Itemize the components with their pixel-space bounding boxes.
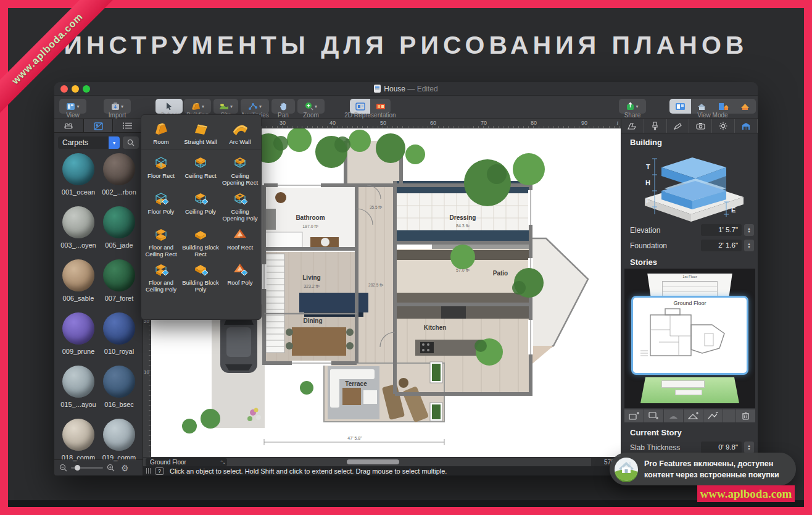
menu-item-ceiling-poly[interactable]: Ceiling Poly xyxy=(181,186,220,222)
pro-features-notification[interactable]: Pro Features включены, доступен контент … xyxy=(610,453,796,485)
zoom-label: Zoom xyxy=(297,112,325,119)
ceiling-opening-rect-icon xyxy=(231,154,249,171)
foundation-stepper[interactable]: ▲▼ xyxy=(744,240,754,251)
category-value: Carpets xyxy=(58,138,109,147)
notification-text: Pro Features включены, доступен контент … xyxy=(644,458,779,480)
menu-item-floor-rect[interactable]: Floor Rect xyxy=(141,151,181,186)
status-bar: ? Click an object to select. Hold Shift … xyxy=(143,466,621,475)
menu-item-ceiling-rect[interactable]: Ceiling Rect xyxy=(181,151,220,186)
room-icon xyxy=(152,121,170,137)
help-icon[interactable]: ? xyxy=(155,467,164,475)
menu-item-roof-poly[interactable]: Roof Poly xyxy=(220,258,260,293)
tab-building[interactable] xyxy=(735,119,758,133)
building-section-header: Building xyxy=(630,138,662,147)
add-roof-button[interactable] xyxy=(684,409,703,422)
tab-edit[interactable] xyxy=(667,119,690,133)
swatch-002[interactable]: 002_...rbon xyxy=(100,153,138,196)
delete-story-button[interactable] xyxy=(736,409,755,422)
inspector-panel: Building T H F E Elevation 1' 5.7" ▲ xyxy=(621,119,758,475)
document-icon xyxy=(374,85,381,93)
menu-item-building-block-rect[interactable]: Building Block Rect xyxy=(181,222,220,258)
search-button[interactable] xyxy=(123,136,139,149)
duplicate-story-button[interactable] xyxy=(664,409,683,422)
camera-icon xyxy=(696,122,705,130)
menu-item-straight-wall[interactable]: Straight Wall xyxy=(181,117,220,146)
add-story-button[interactable] xyxy=(624,409,644,422)
tab-list[interactable] xyxy=(113,119,143,132)
menu-item-roof-rect[interactable]: Roof Rect xyxy=(220,222,260,258)
swatch-005-jade[interactable]: 005_jade xyxy=(100,206,138,249)
menu-item-floor-poly[interactable]: Floor Poly xyxy=(141,186,181,222)
swatch-003[interactable]: 003_...oyen xyxy=(59,206,97,249)
material-sphere xyxy=(62,366,94,398)
material-sphere xyxy=(103,206,135,238)
building-block-poly-icon xyxy=(192,261,209,278)
bottom-shadow-strip xyxy=(8,500,804,507)
thumbnail-size-slider[interactable] xyxy=(71,467,103,469)
share-icon xyxy=(626,102,634,111)
gear-icon[interactable]: ⚙ xyxy=(121,463,129,473)
svg-text:F: F xyxy=(646,197,650,204)
view-label: View xyxy=(59,112,86,119)
mode-split-icon xyxy=(718,103,729,111)
swatch-015[interactable]: 015_...ayou xyxy=(59,366,97,408)
swatch-018-comm[interactable]: 018_comm xyxy=(59,419,97,461)
svg-text:T: T xyxy=(646,163,650,170)
elevation-field[interactable]: 1' 5.7" xyxy=(701,224,742,236)
menu-item-ceiling-opening-rect[interactable]: Ceiling Opening Rect xyxy=(220,151,260,186)
swatch-010-royal[interactable]: 010_royal xyxy=(100,312,138,355)
foundation-field[interactable]: 2' 1.6" xyxy=(701,240,742,251)
zoom-out-icon[interactable] xyxy=(59,464,67,472)
caliper-icon xyxy=(627,122,637,130)
menu-item-room[interactable]: Room xyxy=(141,117,181,146)
swatch-006-sable[interactable]: 006_sable xyxy=(59,259,97,302)
floor-and-ceiling-rect-icon xyxy=(152,226,170,243)
menu-item-building-block-poly[interactable]: Building Block Poly xyxy=(181,258,220,293)
info-icon[interactable]: i xyxy=(616,120,618,126)
titlebar: House — Edited xyxy=(54,82,758,96)
drag-handle-icon[interactable] xyxy=(146,468,151,474)
add-dormer-button[interactable] xyxy=(703,409,723,422)
svg-text:197.0 ft²: 197.0 ft² xyxy=(302,224,318,228)
import-icon xyxy=(111,103,120,111)
menu-item-floor-and-ceiling-rect[interactable]: Floor and Ceiling Rect xyxy=(141,222,181,258)
tab-materials[interactable] xyxy=(84,119,114,132)
slab-thickness-stepper[interactable]: ▲▼ xyxy=(744,442,754,453)
menu-item-arc-wall[interactable]: Arc Wall xyxy=(220,117,260,146)
elevation-row: Elevation 1' 5.7" ▲▼ xyxy=(621,224,758,237)
import-label: Import xyxy=(104,112,131,119)
swatch-016-bsec[interactable]: 016_bsec xyxy=(100,366,138,408)
pan-label: Pan xyxy=(271,112,295,119)
horizontal-scrollbar-thumb[interactable] xyxy=(347,459,399,464)
svg-text:323.2 ft²: 323.2 ft² xyxy=(304,284,320,288)
tab-furniture[interactable] xyxy=(54,119,84,132)
elevation-stepper[interactable]: ▲▼ xyxy=(744,224,754,236)
swatch-009-prune[interactable]: 009_prune xyxy=(59,312,97,355)
auxiliaries-icon xyxy=(248,103,258,111)
plan-2d-icon xyxy=(355,103,365,111)
tab-light[interactable] xyxy=(712,119,735,133)
story-toolbar xyxy=(624,409,755,422)
add-story-below-button[interactable] xyxy=(644,409,663,422)
swatch-001-ocean[interactable]: 001_ocean xyxy=(59,153,97,196)
menu-item-floor-and-ceiling-poly[interactable]: Floor and Ceiling Poly xyxy=(141,258,181,293)
brush-icon xyxy=(651,122,659,130)
story-card-foundation[interactable] xyxy=(640,377,739,403)
tab-camera[interactable] xyxy=(689,119,712,133)
tab-measure[interactable] xyxy=(621,119,644,133)
swatch-019-comm[interactable]: 019_comm xyxy=(100,419,138,461)
tab-materials-inspector[interactable] xyxy=(644,119,667,133)
floor-and-ceiling-poly-icon xyxy=(152,261,170,278)
category-dropdown[interactable]: Carpets ▾ xyxy=(58,136,120,149)
window-title: House — Edited xyxy=(54,85,758,93)
mode-elevation-icon xyxy=(740,103,750,111)
zoom-in-icon[interactable] xyxy=(107,464,115,472)
swatch-007-foret[interactable]: 007_foret xyxy=(100,259,138,302)
menu-item-ceiling-opening-poly[interactable]: Ceiling Opening Poly xyxy=(220,186,260,222)
slab-thickness-row: Slab Thickness 0' 9.8" ▲▼ xyxy=(621,442,758,454)
story-card-ground-floor[interactable]: Ground Floor xyxy=(631,296,748,375)
library-sidebar: Carpets ▾ 001_ocean 002_...rbon 003_...o… xyxy=(54,119,143,475)
ceiling-rect-icon xyxy=(192,154,209,171)
slab-thickness-field[interactable]: 0' 9.8" xyxy=(701,442,742,453)
story-selector-dropdown[interactable]: Ground Floor xyxy=(146,458,227,466)
